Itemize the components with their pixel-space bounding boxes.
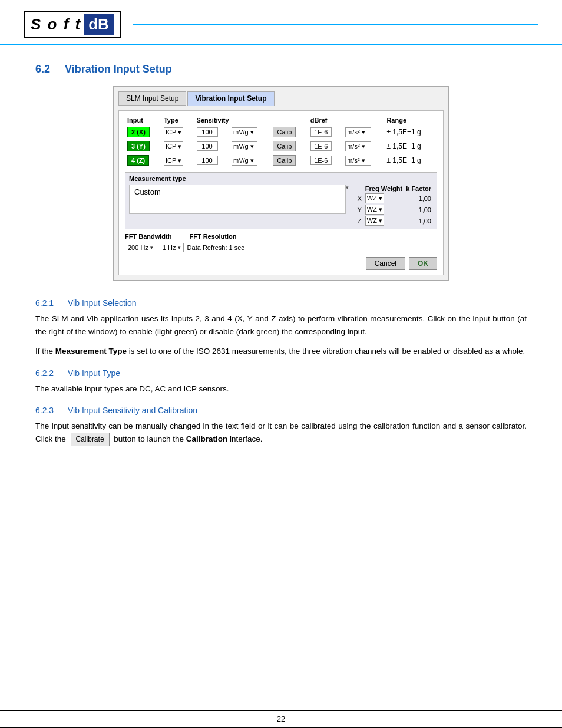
type-select-3y[interactable]: ICP ▾ bbox=[164, 141, 183, 151]
page-footer: 22 bbox=[0, 710, 562, 728]
col-input: Input bbox=[125, 116, 161, 125]
axis-x-label: X bbox=[356, 193, 363, 204]
axis-row-z: Z WZ ▾ 1,00 bbox=[356, 215, 434, 226]
text-623-2: button to launch the bbox=[114, 434, 184, 443]
fft-resolution-value[interactable]: 1 Hz ▾ bbox=[160, 243, 184, 252]
type-select-2x[interactable]: ICP ▾ bbox=[164, 127, 183, 137]
sub-title-621: 6.2.1 Vib Input Selection bbox=[35, 298, 527, 308]
sensitivity-val-3y[interactable]: 100 bbox=[197, 141, 218, 151]
k-factor-z: 1,00 bbox=[404, 215, 433, 226]
range-2x: ± 1,5E+1 g bbox=[386, 128, 421, 136]
dbref-val-3y: 1E-6 bbox=[310, 141, 332, 151]
header: S o f t dB bbox=[0, 0, 562, 45]
dbref-unit-3y[interactable]: m/s² ▾ bbox=[345, 141, 371, 151]
dbref-unit-2x[interactable]: m/s² ▾ bbox=[345, 127, 371, 137]
col-sensitivity: Sensitivity bbox=[194, 116, 308, 125]
range-4z: ± 1,5E+1 g bbox=[386, 156, 421, 164]
sensitivity-unit-3y[interactable]: mV/g ▾ bbox=[232, 141, 257, 151]
measurement-type-section: Measurement type Custom ▾ Freq bbox=[125, 172, 437, 229]
table-row: 3 (Y) ICP ▾ 100 mV/g ▾ Calib bbox=[125, 139, 437, 153]
subsection-623: 6.2.3 Vib Input Sensitivity and Calibrat… bbox=[35, 406, 527, 446]
fft-bandwidth-label: FFT Bandwidth bbox=[125, 233, 171, 240]
body-text-621: The SLM and Vib application uses its inp… bbox=[35, 312, 527, 338]
k-factor-x: 1,00 bbox=[404, 193, 433, 204]
axis-col-header bbox=[356, 185, 363, 193]
data-refresh-label: Data Refresh: 1 sec bbox=[187, 244, 244, 251]
calib-button-4z[interactable]: Calib bbox=[273, 155, 296, 166]
freq-weight-x[interactable]: WZ ▾ bbox=[365, 193, 384, 203]
k-factor-y: 1,00 bbox=[404, 204, 433, 215]
axis-row-y: Y WZ ▾ 1,00 bbox=[356, 204, 434, 215]
col-type: Type bbox=[161, 116, 194, 125]
sensitivity-unit-4z[interactable]: mV/g ▾ bbox=[232, 156, 257, 166]
col-range: Range bbox=[384, 116, 437, 125]
freq-weight-y[interactable]: WZ ▾ bbox=[365, 205, 384, 215]
subsection-621: 6.2.1 Vib Input Selection The SLM and Vi… bbox=[35, 298, 527, 358]
cancel-button[interactable]: Cancel bbox=[366, 257, 405, 270]
fft-row: 200 Hz ▾ 1 Hz ▾ Data Refresh: 1 sec bbox=[125, 243, 437, 252]
sensitivity-val-4z[interactable]: 100 bbox=[197, 156, 218, 165]
page-number: 22 bbox=[277, 714, 285, 723]
measurement-type-header: Measurement type bbox=[129, 175, 433, 182]
body-text-623: The input sensitivity can be manually ch… bbox=[35, 420, 527, 446]
range-3y: ± 1,5E+1 g bbox=[386, 142, 421, 150]
input-button-2x[interactable]: 2 (X) bbox=[127, 127, 150, 137]
dialog-footer: Cancel OK bbox=[125, 257, 437, 270]
logo-soft-text: S o f t bbox=[31, 15, 81, 34]
calib-button-2x[interactable]: Calib bbox=[273, 127, 296, 137]
sub-heading-622: Vib Input Type bbox=[68, 368, 120, 378]
axis-y-label: Y bbox=[356, 204, 363, 215]
calib-button-3y[interactable]: Calib bbox=[273, 141, 296, 151]
sub-title-622: 6.2.2 Vib Input Type bbox=[35, 368, 527, 378]
type-select-4z[interactable]: ICP ▾ bbox=[164, 156, 183, 166]
axis-row-x: X WZ ▾ 1,00 bbox=[356, 193, 434, 204]
measurement-type-right: Freq Weight k Factor X WZ ▾ 1,00 bbox=[356, 185, 434, 226]
sensitivity-unit-2x[interactable]: mV/g ▾ bbox=[232, 127, 257, 137]
sub-number-622: 6.2.2 bbox=[35, 368, 54, 378]
section-heading: Vibration Input Setup bbox=[65, 63, 172, 75]
vibration-input-setup-dialog: SLM Input Setup Vibration Input Setup In… bbox=[113, 86, 449, 281]
input-table: Input Type Sensitivity dBref Range 2 (X) bbox=[125, 116, 437, 167]
sub-heading-621: Vib Input Selection bbox=[68, 298, 137, 308]
fft-section: FFT Bandwidth FFT Resolution 200 Hz ▾ 1 … bbox=[125, 233, 437, 252]
freq-weight-z[interactable]: WZ ▾ bbox=[365, 216, 384, 226]
dbref-val-4z: 1E-6 bbox=[310, 156, 332, 165]
dbref-unit-4z[interactable]: m/s² ▾ bbox=[345, 156, 371, 166]
sub-heading-623: Vib Input Sensitivity and Calibration bbox=[68, 406, 197, 415]
fft-resolution-label: FFT Resolution bbox=[189, 233, 236, 240]
k-factor-header: k Factor bbox=[404, 185, 433, 193]
text-623-3: interface. bbox=[230, 434, 263, 443]
input-button-4z[interactable]: 4 (Z) bbox=[127, 155, 149, 166]
section-number: 6.2 bbox=[35, 63, 50, 75]
dbref-val-2x: 1E-6 bbox=[310, 127, 332, 137]
dialog-inner: Input Type Sensitivity dBref Range 2 (X) bbox=[118, 110, 444, 275]
tab-vibration-input-setup[interactable]: Vibration Input Setup bbox=[187, 91, 274, 106]
text-623-bold: Calibration bbox=[186, 434, 228, 443]
sub-number-623: 6.2.3 bbox=[35, 406, 54, 415]
axis-z-label: Z bbox=[356, 215, 363, 226]
freq-weight-header: Freq Weight bbox=[363, 185, 404, 193]
body-text-621b: If the Measurement Type is set to one of… bbox=[35, 345, 527, 358]
table-row: 4 (Z) ICP ▾ 100 mV/g ▾ Calib bbox=[125, 153, 437, 167]
sub-number-621: 6.2.1 bbox=[35, 298, 54, 308]
subsection-622: 6.2.2 Vib Input Type The available input… bbox=[35, 368, 527, 396]
section-title: 6.2 Vibration Input Setup bbox=[35, 63, 527, 75]
ok-button[interactable]: OK bbox=[409, 257, 437, 270]
body-text-622: The available input types are DC, AC and… bbox=[35, 383, 527, 396]
tab-slm-input-setup[interactable]: SLM Input Setup bbox=[118, 91, 186, 106]
main-content: 6.2 Vibration Input Setup SLM Input Setu… bbox=[0, 45, 562, 475]
sub-title-623: 6.2.3 Vib Input Sensitivity and Calibrat… bbox=[35, 406, 527, 415]
table-row: 2 (X) ICP ▾ 100 mV/g ▾ Calib bbox=[125, 125, 437, 139]
measurement-type-body: Custom ▾ Freq Weight k Factor bbox=[129, 185, 433, 226]
dialog-tabs: SLM Input Setup Vibration Input Setup bbox=[118, 91, 444, 106]
col-dbref: dBref bbox=[308, 116, 385, 125]
input-button-3y[interactable]: 3 (Y) bbox=[127, 141, 150, 151]
fft-bandwidth-value[interactable]: 200 Hz ▾ bbox=[125, 243, 156, 252]
measurement-type-value[interactable]: Custom bbox=[129, 185, 346, 214]
calibrate-inline-button[interactable]: Calibrate bbox=[71, 433, 110, 446]
logo-box: S o f t dB bbox=[24, 11, 121, 38]
logo-db-text: dB bbox=[84, 14, 114, 35]
sensitivity-val-2x[interactable]: 100 bbox=[197, 127, 218, 137]
header-line bbox=[133, 24, 538, 25]
